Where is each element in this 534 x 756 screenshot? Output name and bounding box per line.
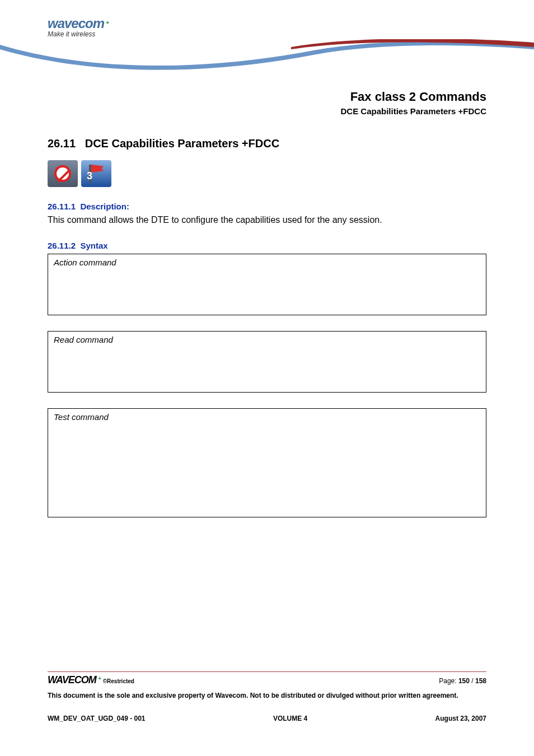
test-command-label: Test command: [54, 412, 480, 422]
page-label: Page:: [439, 677, 458, 685]
footer-brand-mark-icon: ✦: [97, 675, 102, 682]
description-body: This command allows the DTE to configure…: [48, 214, 486, 226]
flag-icon: 3: [81, 160, 111, 187]
doc-id: WM_DEV_OAT_UGD_049 - 001: [48, 715, 146, 722]
description-heading: 26.11.1 Description:: [48, 202, 486, 211]
footer-restricted: ©Restricted: [103, 678, 134, 684]
footer-legal: This document is the sole and exclusive …: [48, 692, 486, 700]
description-heading-num: 26.11.1: [48, 202, 76, 211]
description-heading-text: Description:: [80, 202, 129, 211]
action-command-box: Action command: [48, 254, 486, 315]
syntax-heading-num: 26.11.2: [48, 241, 76, 250]
running-head: Fax class 2 Commands DCE Capabilities Pa…: [0, 90, 534, 116]
read-command-label: Read command: [54, 335, 480, 344]
chapter-title: Fax class 2 Commands: [0, 90, 486, 104]
doc-date: August 23, 2007: [435, 715, 486, 722]
test-command-box: Test command: [48, 408, 486, 517]
no-symbol-icon: [48, 160, 78, 187]
footer-rule: [48, 671, 486, 672]
read-command-box: Read command: [48, 331, 486, 393]
brand-tagline: Make it wireless: [48, 30, 110, 38]
syntax-heading: 26.11.2 Syntax: [48, 241, 486, 250]
section-heading: 26.11 DCE Capabilities Parameters +FDCC: [48, 137, 486, 150]
brand-wordmark: wavecom: [48, 16, 104, 31]
page-header: wavecom✦ Make it wireless: [0, 0, 534, 78]
action-command-label: Action command: [54, 258, 480, 267]
volume-label: VOLUME 4: [273, 715, 307, 722]
content-area: 26.11 DCE Capabilities Parameters +FDCC …: [0, 116, 534, 517]
capability-icons: 3: [48, 160, 486, 187]
page-total: 158: [475, 677, 486, 685]
brand-mark-icon: ✦: [105, 20, 110, 26]
brand-logo-block: wavecom✦ Make it wireless: [48, 16, 110, 38]
chapter-subtitle: DCE Capabilities Parameters +FDCC: [0, 106, 486, 116]
footer-brand: WAVECOM: [48, 674, 96, 685]
section-title: DCE Capabilities Parameters +FDCC: [85, 137, 279, 150]
page-number: Page: 150 / 158: [439, 677, 486, 685]
header-swoosh-graphic: [0, 39, 534, 78]
syntax-heading-text: Syntax: [80, 241, 107, 250]
page-sep: /: [470, 677, 475, 685]
page-current: 150: [458, 677, 470, 685]
flag-number: 3: [87, 170, 92, 182]
footer-brand-block: WAVECOM✦©Restricted: [48, 674, 134, 686]
section-number: 26.11: [48, 137, 76, 150]
page-footer: WAVECOM✦©Restricted Page: 150 / 158 This…: [48, 671, 486, 722]
